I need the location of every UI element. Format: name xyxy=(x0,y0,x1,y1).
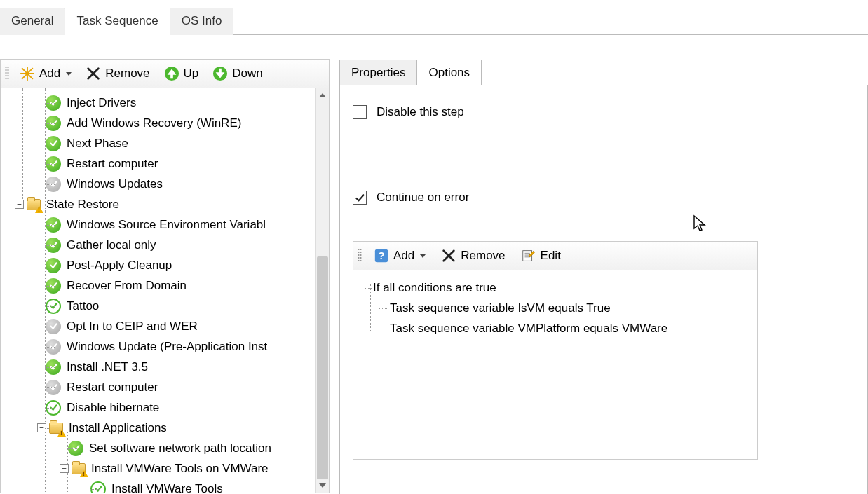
tab-os-info-label: OS Info xyxy=(182,14,222,27)
add-label: Add xyxy=(39,67,60,81)
cond-add-button[interactable]: ? Add xyxy=(367,245,432,267)
cond-add-label: Add xyxy=(393,249,414,263)
remove-label: Remove xyxy=(105,67,149,81)
tab-properties[interactable]: Properties xyxy=(339,60,417,85)
tree-item[interactable]: Next Phase xyxy=(1,133,315,153)
add-button[interactable]: Add xyxy=(13,62,78,85)
down-label: Down xyxy=(232,67,262,81)
tree-folder-install-apps[interactable]: − Install Applications xyxy=(1,418,315,438)
tree-item[interactable]: Windows Updates xyxy=(1,174,315,194)
task-sequence-tree: Inject Drivers Add Windows Recovery (Win… xyxy=(0,88,330,493)
star-add-icon xyxy=(20,66,35,81)
tree-label: Install VMWare Tools on VMWare xyxy=(88,462,269,476)
tab-general-label: General xyxy=(11,14,53,27)
arrow-up-icon xyxy=(164,66,179,81)
tab-task-sequence-label: Task Sequence xyxy=(76,14,158,27)
tree-label: Add Windows Recovery (WinRE) xyxy=(64,116,241,130)
x-remove-icon xyxy=(86,66,101,81)
tree-label: Install Applications xyxy=(66,421,167,435)
scroll-thumb[interactable] xyxy=(317,256,328,488)
tree-label: Set software network path location xyxy=(86,441,271,455)
tree-label: Restart computer xyxy=(64,380,158,394)
tree-label: State Restore xyxy=(43,198,119,212)
help-add-icon: ? xyxy=(374,248,389,263)
continue-on-error-checkbox[interactable] xyxy=(353,191,367,205)
up-button[interactable]: Up xyxy=(158,62,205,85)
condition-item[interactable]: Task sequence variable IsVM equals True xyxy=(362,298,749,318)
tree-item[interactable]: Install .NET 3.5 xyxy=(1,357,315,377)
folder-warn-icon xyxy=(27,199,41,210)
tree-item[interactable]: Install VMWare Tools xyxy=(1,479,315,493)
scroll-down-icon[interactable] xyxy=(316,479,329,493)
svg-text:?: ? xyxy=(379,250,385,261)
tree-label: Disable hibernate xyxy=(64,401,159,415)
edit-properties-icon xyxy=(521,248,536,263)
tree-label: Recover From Domain xyxy=(64,279,187,293)
tree-item[interactable]: Tattoo xyxy=(1,296,315,316)
mouse-cursor-icon xyxy=(693,214,707,233)
tree-folder-state-restore[interactable]: − State Restore xyxy=(1,194,315,214)
cond-edit-button[interactable]: Edit xyxy=(515,245,567,267)
top-tabs: General Task Sequence OS Info xyxy=(0,0,868,35)
tree-item[interactable]: Restart computer xyxy=(1,377,315,397)
tree-item[interactable]: Set software network path location xyxy=(1,438,315,458)
continue-on-error-label: Continue on error xyxy=(377,191,469,205)
toolbar-grip-icon xyxy=(358,248,362,263)
disable-step-checkbox[interactable] xyxy=(353,105,367,119)
conditions-tree: If all conditions are true Task sequence… xyxy=(353,270,758,460)
cond-remove-label: Remove xyxy=(461,249,505,263)
tree-label: Post-Apply Cleanup xyxy=(64,259,172,273)
status-check-icon xyxy=(90,481,106,493)
disable-step-label: Disable this step xyxy=(377,105,464,119)
tree-label: Windows Updates xyxy=(64,177,163,191)
tree-item[interactable]: Windows Update (Pre-Application Inst xyxy=(1,336,315,357)
tab-general[interactable]: General xyxy=(0,8,65,35)
tree-label: Inject Drivers xyxy=(64,96,136,110)
tab-os-info[interactable]: OS Info xyxy=(170,8,234,35)
tree-folder-vmware[interactable]: − Install VMWare Tools on VMWare xyxy=(1,458,315,479)
scroll-up-icon[interactable] xyxy=(316,88,329,102)
tree-item[interactable]: Add Windows Recovery (WinRE) xyxy=(1,113,315,133)
dropdown-caret-icon xyxy=(420,254,426,258)
tree-label: Opt In to CEIP and WER xyxy=(64,320,198,334)
tab-task-sequence[interactable]: Task Sequence xyxy=(65,8,170,35)
tab-options-label: Options xyxy=(428,66,470,79)
tree-item[interactable]: Inject Drivers xyxy=(1,92,315,113)
tree-item[interactable]: Restart computer xyxy=(1,153,315,174)
ts-toolbar: Add Remove Up xyxy=(0,59,330,88)
cond-remove-button[interactable]: Remove xyxy=(435,245,511,267)
tab-options[interactable]: Options xyxy=(416,60,482,85)
tree-item[interactable]: Recover From Domain xyxy=(1,275,315,296)
tree-item[interactable]: Post-Apply Cleanup xyxy=(1,255,315,275)
folder-warn-icon xyxy=(72,463,86,474)
down-button[interactable]: Down xyxy=(206,62,269,85)
tab-properties-label: Properties xyxy=(351,66,405,79)
tree-item[interactable]: Opt In to CEIP and WER xyxy=(1,316,315,336)
arrow-down-icon xyxy=(212,66,228,81)
folder-warn-icon xyxy=(49,423,63,434)
remove-button[interactable]: Remove xyxy=(79,62,156,85)
tree-label: Windows Update (Pre-Application Inst xyxy=(64,340,267,354)
tree-label: Tattoo xyxy=(64,299,99,313)
condition-item[interactable]: Task sequence variable VMPlatform equals… xyxy=(362,318,749,338)
x-remove-icon xyxy=(441,248,456,263)
tree-label: Next Phase xyxy=(64,137,128,151)
tree-item[interactable]: Gather local only xyxy=(1,235,315,255)
condition-label: Task sequence variable VMPlatform equals… xyxy=(390,322,667,336)
tree-scrollbar[interactable] xyxy=(315,88,329,493)
up-label: Up xyxy=(184,67,199,81)
condition-label: If all conditions are true xyxy=(373,281,496,295)
cond-edit-label: Edit xyxy=(541,249,561,263)
tree-label: Install VMWare Tools xyxy=(109,482,223,493)
tree-label: Gather local only xyxy=(64,238,156,252)
tree-label: Windows Source Environment Variabl xyxy=(64,218,266,232)
options-panel: Disable this step Continue on error ? xyxy=(339,85,868,494)
tree-item[interactable]: Disable hibernate xyxy=(1,397,315,418)
dropdown-caret-icon xyxy=(66,72,72,76)
condition-label: Task sequence variable IsVM equals True xyxy=(390,301,611,315)
condition-root[interactable]: If all conditions are true xyxy=(362,277,749,298)
toolbar-grip-icon xyxy=(5,66,9,81)
tree-label: Restart computer xyxy=(64,157,158,171)
tree-item[interactable]: Windows Source Environment Variabl xyxy=(1,214,315,235)
conditions-toolbar: ? Add Remove xyxy=(353,241,758,270)
